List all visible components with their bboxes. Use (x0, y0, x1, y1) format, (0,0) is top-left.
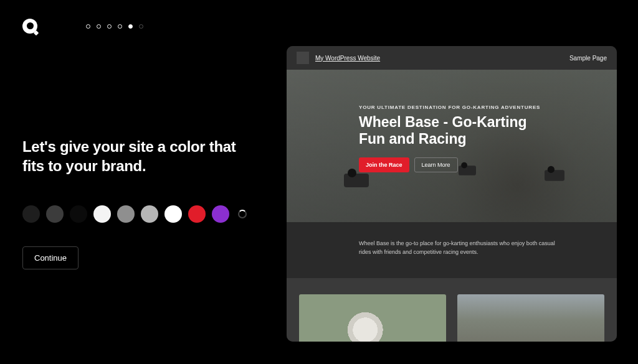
loading-spinner-icon (238, 210, 247, 218)
color-swatch-pure-white[interactable] (164, 205, 182, 223)
intro-section: Wheel Base is the go-to place for go-kar… (287, 222, 617, 278)
color-swatch-light-gray[interactable] (117, 205, 135, 223)
cta-primary-button[interactable]: Join the Race (359, 157, 409, 172)
step-dot[interactable] (118, 24, 122, 29)
hero-illustration-kart (459, 166, 476, 175)
site-preview: My WordPress Website Sample Page YOUR UL… (287, 46, 617, 342)
nav-link-sample-page[interactable]: Sample Page (569, 55, 607, 62)
hero-eyebrow: YOUR ULTIMATE DESTINATION FOR GO-KARTING… (359, 105, 617, 110)
color-swatch-silver[interactable] (141, 205, 158, 223)
page-title: Let's give your site a color that fits t… (22, 137, 247, 175)
hero-section: YOUR ULTIMATE DESTINATION FOR GO-KARTING… (287, 70, 617, 222)
preview-header: My WordPress Website Sample Page (287, 46, 617, 70)
step-dot[interactable] (139, 24, 143, 29)
cta-secondary-button[interactable]: Learn More (414, 157, 458, 172)
color-swatch-white[interactable] (93, 205, 111, 223)
hero-illustration-kart (344, 174, 369, 187)
step-dot[interactable] (107, 24, 112, 29)
step-dot[interactable] (97, 24, 101, 29)
feature-cards-row (287, 278, 617, 342)
step-dot[interactable] (86, 24, 90, 29)
color-swatch-black[interactable] (70, 205, 87, 223)
site-title-link[interactable]: My WordPress Website (315, 55, 380, 62)
feature-card[interactable] (299, 294, 446, 342)
color-swatch-dark-gray[interactable] (46, 205, 64, 223)
continue-button[interactable]: Continue (22, 246, 79, 269)
color-swatch-row (22, 205, 247, 223)
feature-card[interactable] (457, 294, 604, 342)
color-swatch-almost-black[interactable] (22, 205, 40, 223)
hero-illustration-kart (545, 170, 564, 181)
step-indicator (86, 24, 143, 29)
site-logo-thumb (297, 52, 309, 64)
color-swatch-red[interactable] (188, 205, 206, 223)
step-dot[interactable] (128, 24, 133, 29)
intro-text: Wheel Base is the go-to place for go-kar… (359, 240, 558, 257)
color-swatch-purple[interactable] (212, 205, 229, 223)
app-logo (22, 19, 37, 34)
hero-title: Wheel Base - Go-Karting Fun and Racing (359, 114, 546, 147)
